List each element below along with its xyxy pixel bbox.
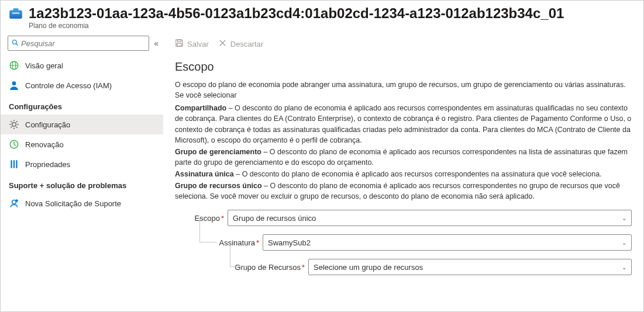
sidebar-item-properties[interactable]: Propriedades <box>1 154 163 174</box>
scope-select[interactable]: Grupo de recursos único ⌄ <box>228 210 632 226</box>
toolbar: Salvar Descartar <box>175 32 632 56</box>
sidebar-section-settings: Configurações <box>1 95 163 115</box>
search-input-wrapper[interactable] <box>8 36 149 51</box>
svg-rect-1 <box>10 11 22 19</box>
svg-rect-18 <box>177 43 182 46</box>
scope-form: Escopo* Grupo de recursos único ⌄ Assina… <box>175 210 632 275</box>
globe-icon <box>9 60 19 71</box>
sidebar-item-renewal[interactable]: Renovação <box>1 134 163 154</box>
sidebar-item-label: Configuração <box>25 120 70 129</box>
chevron-down-icon: ⌄ <box>622 215 626 221</box>
sidebar-item-label: Controle de Acesso (IAM) <box>25 81 112 90</box>
svg-rect-13 <box>13 160 15 168</box>
svg-rect-12 <box>11 160 12 168</box>
sidebar-item-new-support[interactable]: Nova Solicitação de Suporte <box>1 193 163 213</box>
close-icon <box>218 39 227 49</box>
sidebar: « Visão geral Controle de Acesso (IAM) C… <box>1 32 163 310</box>
resource-group-select-value: Selecione um grupo de recursos <box>314 263 423 272</box>
sidebar-section-support: Suporte + solução de problemas <box>1 174 163 193</box>
svg-rect-17 <box>178 40 181 42</box>
subscription-select[interactable]: SwamySub2 ⌄ <box>263 234 632 251</box>
save-label: Salvar <box>187 40 209 48</box>
section-title: Escopo <box>175 60 632 74</box>
scope-single: Assinatura única – O desconto do plano d… <box>175 169 632 179</box>
page-title: 1a23b123-01aa-123a-4b56-0123a1b23cd4:01a… <box>29 5 564 22</box>
gear-icon <box>9 119 19 130</box>
svg-line-5 <box>16 43 18 45</box>
subscription-select-value: SwamySub2 <box>268 238 311 247</box>
save-button[interactable]: Salvar <box>175 39 209 49</box>
main-content: Salvar Descartar Escopo O escopo do plan… <box>163 32 643 310</box>
savings-plan-icon <box>8 5 24 22</box>
search-input[interactable] <box>21 39 145 48</box>
svg-rect-14 <box>16 160 17 168</box>
chevron-down-icon: ⌄ <box>622 264 626 271</box>
scope-select-value: Grupo de recursos único <box>233 214 316 223</box>
collapse-sidebar-button[interactable]: « <box>154 39 159 48</box>
person-icon <box>9 80 19 91</box>
properties-icon <box>9 159 19 169</box>
clock-icon <box>9 139 19 150</box>
page-header: 1a23b123-01aa-123a-4b56-0123a1b23cd4:01a… <box>1 1 643 32</box>
svg-point-10 <box>12 123 16 127</box>
sidebar-item-label: Visão geral <box>25 61 63 70</box>
scope-shared: Compartilhado – O desconto do plano de e… <box>175 103 632 145</box>
discard-button[interactable]: Descartar <box>218 39 263 49</box>
scope-mg: Grupo de gerenciamento – O desconto do p… <box>175 147 632 168</box>
sidebar-item-label: Renovação <box>25 140 64 149</box>
chevron-down-icon: ⌄ <box>622 240 626 246</box>
sidebar-item-label: Nova Solicitação de Suporte <box>25 199 121 208</box>
sidebar-item-label: Propriedades <box>25 160 70 169</box>
resource-group-select[interactable]: Selecione um grupo de recursos ⌄ <box>308 259 632 275</box>
subscription-field-label: Assinatura* <box>175 238 263 247</box>
sidebar-item-overview[interactable]: Visão geral <box>1 56 163 75</box>
svg-rect-3 <box>12 12 19 14</box>
svg-point-16 <box>15 199 18 202</box>
save-icon <box>175 39 184 49</box>
svg-point-4 <box>13 40 17 44</box>
svg-rect-2 <box>13 8 19 11</box>
sidebar-item-iam[interactable]: Controle de Acesso (IAM) <box>1 75 163 95</box>
search-icon <box>12 39 19 48</box>
scope-rg: Grupo de recursos único – O desconto do … <box>175 181 632 202</box>
page-subtitle: Plano de economia <box>29 22 564 30</box>
support-icon <box>9 198 19 209</box>
svg-point-9 <box>12 81 16 85</box>
sidebar-item-configuration[interactable]: Configuração <box>1 115 163 134</box>
scope-intro: O escopo do plano de economia pode abran… <box>175 79 632 100</box>
discard-label: Descartar <box>230 40 263 48</box>
